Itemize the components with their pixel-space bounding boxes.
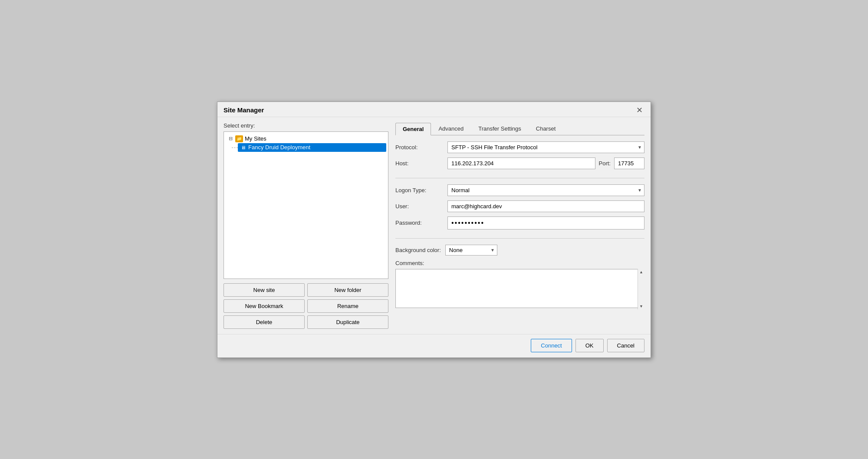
tree-children: 🖥 Fancy Druid Deployment — [226, 143, 386, 152]
tree-item-fancy-druid[interactable]: 🖥 Fancy Druid Deployment — [238, 143, 386, 152]
user-label: User: — [395, 203, 447, 210]
logon-type-select-wrapper: Normal Anonymous Ask for password Intera… — [447, 184, 644, 196]
tree-container[interactable]: ⊟ 📁 My Sites 🖥 Fancy Druid Deployment — [224, 131, 388, 279]
close-button[interactable]: ✕ — [635, 106, 644, 114]
dialog-title: Site Manager — [224, 106, 264, 114]
scroll-down-icon[interactable]: ▼ — [639, 304, 643, 308]
ok-button[interactable]: OK — [575, 339, 604, 352]
tree-root[interactable]: ⊟ 📁 My Sites — [226, 134, 386, 143]
comments-scrollbar[interactable]: ▲ ▼ — [638, 269, 644, 309]
right-panel: General Advanced Transfer Settings Chars… — [395, 122, 644, 329]
new-site-button[interactable]: New site — [224, 283, 305, 297]
tab-general[interactable]: General — [395, 123, 431, 135]
dialog-body: Select entry: ⊟ 📁 My Sites 🖥 Fancy Druid… — [217, 117, 651, 334]
logon-type-label: Logon Type: — [395, 187, 447, 193]
password-control — [447, 216, 644, 230]
user-row: User: — [395, 200, 644, 212]
dialog-footer: Connect OK Cancel — [217, 334, 651, 357]
left-panel: Select entry: ⊟ 📁 My Sites 🖥 Fancy Druid… — [224, 122, 388, 329]
logon-type-control: Normal Anonymous Ask for password Intera… — [447, 184, 644, 196]
tree-toggle[interactable]: ⊟ — [227, 136, 233, 141]
user-input[interactable] — [447, 200, 644, 212]
bg-color-row: Background color: None Red Green Blue Ye… — [395, 245, 644, 256]
tab-charset[interactable]: Charset — [529, 122, 563, 135]
folder-icon: 📁 — [235, 135, 243, 142]
rename-button[interactable]: Rename — [307, 299, 388, 313]
logon-type-row: Logon Type: Normal Anonymous Ask for pas… — [395, 184, 644, 196]
host-port-row: Port: — [447, 157, 644, 169]
connect-button[interactable]: Connect — [531, 339, 572, 352]
password-row: Password: — [395, 216, 644, 230]
user-control — [447, 200, 644, 212]
protocol-label: Protocol: — [395, 144, 447, 151]
port-input[interactable] — [614, 157, 644, 169]
protocol-select[interactable]: SFTP - SSH File Transfer Protocol FTP - … — [447, 141, 644, 153]
protocol-control: SFTP - SSH File Transfer Protocol FTP - … — [447, 141, 644, 153]
tree-root-label: My Sites — [245, 135, 266, 142]
separator-2 — [395, 238, 644, 239]
comments-wrapper: ▲ ▼ — [395, 269, 644, 309]
new-bookmark-button[interactable]: New Bookmark — [224, 299, 305, 313]
protocol-row: Protocol: SFTP - SSH File Transfer Proto… — [395, 141, 644, 153]
tab-bar: General Advanced Transfer Settings Chars… — [395, 122, 644, 135]
separator-1 — [395, 178, 644, 178]
host-label: Host: — [395, 160, 447, 167]
tab-transfer-settings[interactable]: Transfer Settings — [471, 122, 529, 135]
cancel-button[interactable]: Cancel — [607, 339, 644, 352]
password-input[interactable] — [447, 216, 644, 230]
host-row: Host: Port: — [395, 157, 644, 169]
comments-textarea[interactable] — [395, 269, 644, 308]
logon-type-select[interactable]: Normal Anonymous Ask for password Intera… — [447, 184, 644, 196]
host-input[interactable] — [447, 157, 595, 169]
host-control: Port: — [447, 157, 644, 169]
new-folder-button[interactable]: New folder — [307, 283, 388, 297]
action-buttons: New site New folder New Bookmark Rename … — [224, 283, 388, 329]
duplicate-button[interactable]: Duplicate — [307, 315, 388, 329]
bg-select-wrapper: None Red Green Blue Yellow ▼ — [445, 245, 497, 256]
password-label: Password: — [395, 220, 447, 226]
tab-advanced[interactable]: Advanced — [431, 122, 471, 135]
site-icon: 🖥 — [240, 144, 247, 151]
tree-child-label: Fancy Druid Deployment — [248, 144, 310, 151]
select-entry-label: Select entry: — [224, 122, 388, 129]
form-grid: Protocol: SFTP - SSH File Transfer Proto… — [395, 141, 644, 309]
protocol-select-wrapper: SFTP - SSH File Transfer Protocol FTP - … — [447, 141, 644, 153]
delete-button[interactable]: Delete — [224, 315, 305, 329]
title-bar: Site Manager ✕ — [217, 102, 651, 117]
site-manager-dialog: Site Manager ✕ Select entry: ⊟ 📁 My Site… — [217, 102, 651, 358]
port-label: Port: — [599, 160, 611, 167]
bg-color-select[interactable]: None Red Green Blue Yellow — [445, 245, 497, 256]
comments-label: Comments: — [395, 260, 644, 266]
bg-color-label: Background color: — [395, 247, 441, 253]
scroll-up-icon[interactable]: ▲ — [639, 270, 643, 274]
